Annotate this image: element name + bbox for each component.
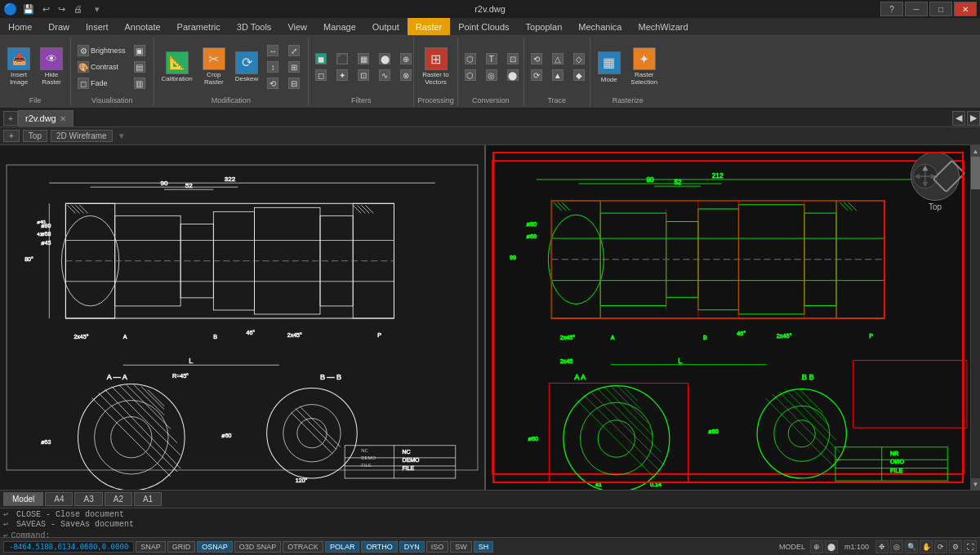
cursor-icon[interactable]: ✥ bbox=[875, 540, 889, 553]
menu-draw[interactable]: Draw bbox=[40, 18, 78, 35]
mode-button[interactable]: ▦ Mode bbox=[594, 45, 625, 89]
scroll-thumb[interactable] bbox=[971, 157, 980, 189]
menu-raster[interactable]: Raster bbox=[408, 18, 450, 35]
menu-parametric[interactable]: Parametric bbox=[169, 18, 229, 35]
quick-redo[interactable]: ↪ bbox=[56, 4, 68, 15]
menu-view[interactable]: View bbox=[279, 18, 315, 35]
mod-btn4[interactable]: ⤢ bbox=[285, 43, 305, 58]
tab-a2[interactable]: A2 bbox=[105, 492, 132, 506]
scroll-down-btn[interactable]: ▼ bbox=[971, 478, 980, 490]
vis-btn5[interactable]: ▤ bbox=[131, 60, 150, 74]
tab-model[interactable]: Model bbox=[3, 492, 43, 506]
mod-btn3[interactable]: ⟲ bbox=[264, 76, 283, 91]
filter-btn8[interactable]: ∿ bbox=[376, 68, 395, 82]
conv-btn6[interactable]: ⬤ bbox=[504, 68, 523, 82]
minimize-button[interactable]: ─ bbox=[905, 2, 928, 16]
zoom-icon[interactable]: 🔍 bbox=[905, 540, 918, 553]
menu-topoplan[interactable]: Topoplan bbox=[518, 18, 571, 35]
mod-btn2[interactable]: ↕ bbox=[264, 60, 283, 74]
calibration-button[interactable]: 📐 Calibration bbox=[158, 45, 197, 89]
menu-mechanica[interactable]: Mechanica bbox=[570, 18, 630, 35]
orbit-icon[interactable]: ⟳ bbox=[934, 540, 947, 553]
tab-scroll-right[interactable]: ▶ bbox=[967, 111, 980, 126]
canvas-raster[interactable]: 322 90 52 bbox=[0, 145, 486, 490]
conv-btn5[interactable]: ⊡ bbox=[504, 51, 523, 66]
menu-3dtools[interactable]: 3D Tools bbox=[229, 18, 280, 35]
trace-btn6[interactable]: ◆ bbox=[570, 68, 590, 82]
polar-btn[interactable]: POLAR bbox=[325, 541, 360, 553]
scroll-up-btn[interactable]: ▲ bbox=[971, 145, 980, 157]
raster-to-vectors-button[interactable]: ⊞ Raster toVectors bbox=[418, 45, 452, 89]
close-button[interactable]: ✕ bbox=[954, 2, 977, 16]
conv-btn2[interactable]: ⬡ bbox=[461, 68, 481, 82]
pan-icon[interactable]: ✋ bbox=[920, 540, 933, 553]
menu-pointclouds[interactable]: Point Clouds bbox=[450, 18, 517, 35]
menu-home[interactable]: Home bbox=[0, 18, 40, 35]
mod-btn5[interactable]: ⊞ bbox=[285, 60, 305, 74]
hide-raster-button[interactable]: 👁 HideRaster bbox=[36, 45, 67, 89]
otrack-btn[interactable]: OTRACK bbox=[283, 541, 323, 553]
tab-a3[interactable]: A3 bbox=[74, 492, 102, 506]
settings-icon[interactable]: ⚙ bbox=[949, 540, 962, 553]
filter-btn4[interactable]: ✦ bbox=[333, 68, 353, 82]
maximize-button[interactable]: □ bbox=[929, 2, 952, 16]
grid-btn[interactable]: GRID bbox=[167, 541, 196, 553]
model-icon2[interactable]: ⬤ bbox=[825, 540, 838, 553]
insert-image-button[interactable]: 📥 InsertImage bbox=[3, 45, 34, 89]
close-doc-tab[interactable]: ✕ bbox=[60, 114, 66, 123]
crop-raster-button[interactable]: ✂ CropRaster bbox=[198, 45, 229, 89]
dyn-btn[interactable]: DYN bbox=[399, 541, 425, 553]
filter-btn5[interactable]: ▦ bbox=[354, 51, 374, 66]
cmd-input[interactable] bbox=[53, 531, 977, 540]
filter-btn3[interactable]: ⬛ bbox=[333, 51, 353, 66]
filter-btn2[interactable]: ◻ bbox=[312, 68, 332, 82]
viewport-top-label[interactable]: Top bbox=[23, 130, 47, 142]
trace-btn5[interactable]: ◇ bbox=[570, 51, 590, 66]
model-icon1[interactable]: ⊕ bbox=[810, 540, 823, 553]
tab-scroll-left[interactable]: ◀ bbox=[952, 111, 965, 126]
deskew-button[interactable]: ⟳ Deskew bbox=[231, 45, 262, 89]
vis-btn2[interactable]: 🎨Contrast bbox=[74, 60, 129, 74]
add-tab-button[interactable]: + bbox=[3, 111, 18, 126]
menu-output[interactable]: Output bbox=[364, 18, 408, 35]
help-button[interactable]: ? bbox=[880, 2, 903, 16]
vertical-scrollbar[interactable]: ▲ ▼ bbox=[970, 145, 980, 490]
menu-manage[interactable]: Manage bbox=[315, 18, 364, 35]
add-viewport-btn[interactable]: + bbox=[3, 130, 20, 142]
conv-btn3[interactable]: T bbox=[483, 51, 502, 66]
mod-btn1[interactable]: ↔ bbox=[264, 43, 283, 58]
vis-btn1[interactable]: ⚙Brightness bbox=[74, 43, 129, 58]
raster-selection-button[interactable]: ✦ RasterSelection bbox=[626, 45, 662, 89]
snap-btn[interactable]: SNAP bbox=[136, 541, 166, 553]
canvas-vectorized[interactable]: 212 90 52 bbox=[486, 145, 970, 490]
menu-annotate[interactable]: Annotate bbox=[117, 18, 169, 35]
trace-btn4[interactable]: ▲ bbox=[549, 68, 568, 82]
viewport-wireframe-label[interactable]: 2D Wireframe bbox=[51, 130, 113, 142]
doc-tab-r2v[interactable]: r2v.dwg ✕ bbox=[18, 110, 74, 127]
trace-btn3[interactable]: △ bbox=[549, 51, 568, 66]
ortho-btn[interactable]: ORTHO bbox=[361, 541, 397, 553]
tab-a1[interactable]: A1 bbox=[134, 492, 162, 506]
filter-btn6[interactable]: ⊡ bbox=[354, 68, 374, 82]
o3dsnap-btn[interactable]: O3D SNAP bbox=[234, 541, 282, 553]
trace-btn1[interactable]: ⟲ bbox=[528, 51, 547, 66]
trace-btn2[interactable]: ⟳ bbox=[528, 68, 547, 82]
conv-btn1[interactable]: ⬡ bbox=[461, 51, 481, 66]
osnap-btn[interactable]: OSNAP bbox=[197, 541, 233, 553]
sw-btn[interactable]: SW bbox=[450, 541, 472, 553]
tab-a4[interactable]: A4 bbox=[45, 492, 73, 506]
mod-btn6[interactable]: ⊟ bbox=[285, 76, 305, 91]
filter-btn7[interactable]: ⬤ bbox=[376, 51, 395, 66]
menu-insert[interactable]: Insert bbox=[78, 18, 117, 35]
quick-save[interactable]: 💾 bbox=[20, 4, 37, 15]
vis-btn4[interactable]: ▣ bbox=[131, 43, 150, 58]
menu-mechwizard[interactable]: MechWizard bbox=[630, 18, 696, 35]
iso-btn[interactable]: ISO bbox=[426, 541, 449, 553]
nav-cube[interactable]: Top bbox=[906, 152, 964, 225]
quick-print[interactable]: 🖨 bbox=[71, 4, 85, 14]
quick-undo[interactable]: ↩ bbox=[40, 4, 52, 15]
conv-btn4[interactable]: ◎ bbox=[483, 68, 502, 82]
snap-icon[interactable]: ◎ bbox=[890, 540, 903, 553]
vis-btn6[interactable]: ▥ bbox=[131, 76, 150, 91]
filter-btn1[interactable]: ◼ bbox=[312, 51, 332, 66]
